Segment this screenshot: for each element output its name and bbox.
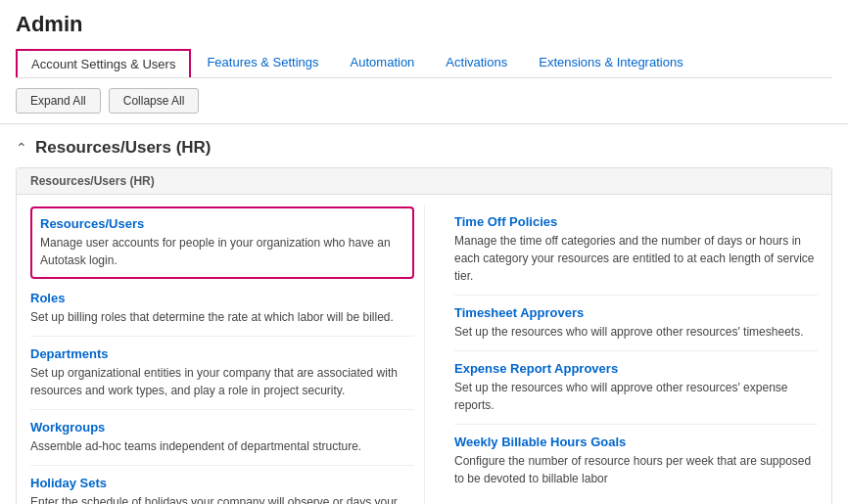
resources-users-link[interactable]: Resources/Users xyxy=(40,216,404,231)
page-title: Admin xyxy=(16,12,832,37)
items-grid: Resources/Users Manage user accounts for… xyxy=(17,195,831,504)
workgroups-link[interactable]: Workgroups xyxy=(30,420,414,435)
tab-account-settings-users[interactable]: Account Settings & Users xyxy=(16,49,191,77)
section-header: ⌃ Resources/Users (HR) xyxy=(16,138,832,158)
admin-header: Admin Account Settings & Users Features … xyxy=(0,0,848,78)
tab-features-settings[interactable]: Features & Settings xyxy=(191,47,334,77)
holiday-sets-desc: Enter the schedule of holidays your comp… xyxy=(30,495,398,504)
tab-bar: Account Settings & Users Features & Sett… xyxy=(16,47,832,78)
resources-users-desc: Manage user accounts for people in your … xyxy=(40,236,391,267)
item-workgroups: Workgroups Assemble ad-hoc teams indepen… xyxy=(30,410,414,466)
timesheet-approvers-desc: Set up the resources who will approve ot… xyxy=(454,325,803,339)
item-weekly-billable-hours-goals: Weekly Billable Hours Goals Configure th… xyxy=(454,425,818,497)
section-group-label: Resources/Users (HR) xyxy=(17,168,831,195)
right-column: Time Off Policies Manage the time off ca… xyxy=(424,205,818,504)
workgroups-desc: Assemble ad-hoc teams independent of dep… xyxy=(30,439,361,453)
item-time-off-policies: Time Off Policies Manage the time off ca… xyxy=(454,205,818,296)
roles-desc: Set up billing roles that determine the … xyxy=(30,310,394,324)
weekly-billable-hours-goals-desc: Configure the number of resource hours p… xyxy=(454,454,811,485)
expense-report-approvers-desc: Set up the resources who will approve ot… xyxy=(454,381,787,412)
item-timesheet-approvers: Timesheet Approvers Set up the resources… xyxy=(454,296,818,351)
collapse-all-button[interactable]: Collapse All xyxy=(109,88,200,114)
expense-report-approvers-link[interactable]: Expense Report Approvers xyxy=(454,361,818,376)
weekly-billable-hours-goals-link[interactable]: Weekly Billable Hours Goals xyxy=(454,435,818,449)
section-title: Resources/Users (HR) xyxy=(35,138,212,158)
main-content: ⌃ Resources/Users (HR) Resources/Users (… xyxy=(0,124,848,504)
tab-extensions-integrations[interactable]: Extensions & Integrations xyxy=(523,47,698,77)
departments-desc: Set up organizational entities in your c… xyxy=(30,366,398,397)
left-column: Resources/Users Manage user accounts for… xyxy=(30,205,424,504)
tab-activations[interactable]: Activations xyxy=(430,47,523,77)
item-departments: Departments Set up organizational entiti… xyxy=(30,337,414,410)
item-holiday-sets: Holiday Sets Enter the schedule of holid… xyxy=(30,466,414,504)
tab-automation[interactable]: Automation xyxy=(335,47,431,77)
timesheet-approvers-link[interactable]: Timesheet Approvers xyxy=(454,305,818,320)
toolbar: Expand All Collapse All xyxy=(0,78,848,124)
section-body: Resources/Users (HR) Resources/Users Man… xyxy=(16,167,832,504)
roles-link[interactable]: Roles xyxy=(30,291,414,305)
expand-all-button[interactable]: Expand All xyxy=(16,88,101,114)
departments-link[interactable]: Departments xyxy=(30,346,414,361)
item-resources-users: Resources/Users Manage user accounts for… xyxy=(30,206,414,279)
item-roles: Roles Set up billing roles that determin… xyxy=(30,281,414,337)
time-off-policies-desc: Manage the time off categories and the n… xyxy=(454,234,815,283)
holiday-sets-link[interactable]: Holiday Sets xyxy=(30,476,414,490)
chevron-up-icon[interactable]: ⌃ xyxy=(16,140,27,156)
time-off-policies-link[interactable]: Time Off Policies xyxy=(454,214,818,229)
item-expense-report-approvers: Expense Report Approvers Set up the reso… xyxy=(454,351,818,425)
